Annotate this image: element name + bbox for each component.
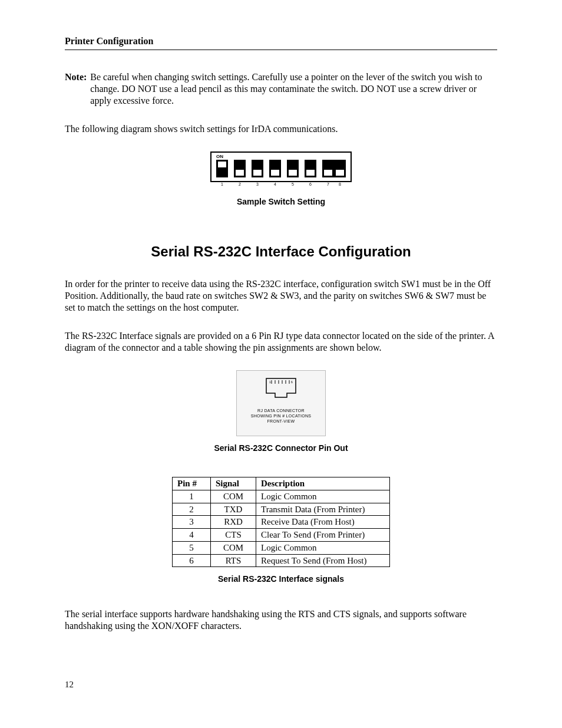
serial-para-1: In order for the printer to receive data… bbox=[65, 278, 497, 314]
connector-caption: Serial RS-232C Connector Pin Out bbox=[65, 443, 497, 454]
dip-caption: Sample Switch Setting bbox=[65, 197, 497, 207]
svg-text:2: 2 bbox=[239, 182, 241, 186]
svg-text:7: 7 bbox=[327, 182, 329, 186]
svg-text:1: 1 bbox=[269, 380, 271, 384]
intro-paragraph: The following diagram shows switch setti… bbox=[65, 123, 497, 135]
svg-rect-11 bbox=[289, 170, 297, 176]
page-header: Printer Configuration bbox=[65, 35, 497, 50]
svg-text:6: 6 bbox=[309, 182, 312, 186]
pinout-header-signal: Signal bbox=[211, 477, 256, 490]
table-row: 4CTSClear To Send (From Printer) bbox=[173, 529, 390, 542]
table-row: 5COMLogic Common bbox=[173, 541, 390, 554]
svg-text:6: 6 bbox=[291, 380, 293, 384]
svg-rect-5 bbox=[236, 170, 244, 176]
dip-switch-figure: ON 1 2 3 4 5 6 7 8 bbox=[65, 151, 497, 190]
table-row: 1COMLogic Common bbox=[173, 490, 390, 503]
table-row: 2TXDTransmit Data (From Printer) bbox=[173, 503, 390, 516]
pinout-header-pin: Pin # bbox=[173, 477, 211, 490]
note-block: Note: Be careful when changing switch se… bbox=[65, 71, 497, 107]
svg-text:5: 5 bbox=[292, 182, 294, 186]
connector-figure: 1 6 RJ DATA CONNECTOR SHOWING PIN # LOCA… bbox=[236, 370, 326, 436]
closing-paragraph: The serial interface supports hardware h… bbox=[65, 608, 497, 632]
svg-rect-9 bbox=[271, 170, 279, 176]
section-heading: Serial RS-232C Interface Configuration bbox=[65, 243, 497, 261]
svg-text:8: 8 bbox=[339, 182, 341, 186]
svg-text:1: 1 bbox=[221, 182, 223, 186]
pinout-table: Pin # Signal Description 1COMLogic Commo… bbox=[172, 477, 390, 567]
table-caption: Serial RS-232C Interface signals bbox=[65, 574, 497, 585]
svg-text:3: 3 bbox=[256, 182, 259, 186]
svg-rect-13 bbox=[306, 170, 315, 176]
table-row: 6RTSRequest To Send (From Host) bbox=[173, 554, 390, 567]
page-number: 12 bbox=[65, 679, 497, 690]
table-row: 3RXDReceive Data (From Host) bbox=[173, 516, 390, 529]
svg-rect-19 bbox=[336, 170, 344, 176]
serial-para-2: The RS-232C Interface signals are provid… bbox=[65, 330, 497, 354]
svg-rect-3 bbox=[218, 162, 226, 167]
rj-connector-icon: 1 6 bbox=[263, 377, 299, 400]
note-label: Note: bbox=[65, 71, 87, 107]
svg-text:4: 4 bbox=[274, 182, 276, 186]
svg-text:ON: ON bbox=[216, 154, 223, 159]
svg-rect-7 bbox=[253, 170, 262, 176]
pinout-header-desc: Description bbox=[256, 477, 390, 490]
connector-label: RJ DATA CONNECTOR SHOWING PIN # LOCATION… bbox=[237, 408, 325, 424]
dip-switch-icon: ON 1 2 3 4 5 6 7 8 bbox=[210, 151, 352, 187]
svg-rect-15 bbox=[324, 170, 332, 176]
note-text: Be careful when changing switch settings… bbox=[90, 71, 497, 107]
